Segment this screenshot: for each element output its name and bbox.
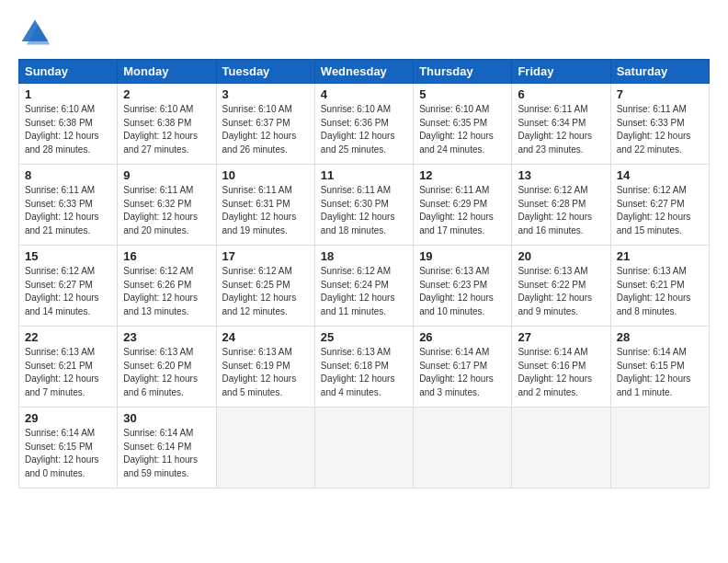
day-number: 12 [419, 168, 506, 182]
calendar-cell: 14Sunrise: 6:12 AM Sunset: 6:27 PM Dayli… [610, 165, 709, 246]
logo [18, 17, 55, 50]
day-number: 13 [518, 168, 604, 182]
week-row-5: 29Sunrise: 6:14 AM Sunset: 6:15 PM Dayli… [19, 408, 710, 488]
day-info: Sunrise: 6:11 AM Sunset: 6:32 PM Dayligh… [123, 184, 210, 237]
calendar-cell: 19Sunrise: 6:13 AM Sunset: 6:23 PM Dayli… [414, 246, 512, 327]
calendar-cell [414, 408, 512, 488]
day-number: 26 [419, 330, 506, 344]
day-info: Sunrise: 6:13 AM Sunset: 6:21 PM Dayligh… [25, 346, 111, 399]
calendar-cell: 7Sunrise: 6:11 AM Sunset: 6:33 PM Daylig… [610, 84, 709, 165]
calendar-cell: 28Sunrise: 6:14 AM Sunset: 6:15 PM Dayli… [610, 327, 709, 408]
day-info: Sunrise: 6:14 AM Sunset: 6:15 PM Dayligh… [617, 346, 703, 399]
weekday-header-wednesday: Wednesday [314, 60, 413, 84]
day-number: 6 [518, 87, 604, 101]
day-info: Sunrise: 6:11 AM Sunset: 6:30 PM Dayligh… [321, 184, 407, 237]
calendar-cell: 5Sunrise: 6:10 AM Sunset: 6:35 PM Daylig… [414, 84, 512, 165]
day-info: Sunrise: 6:13 AM Sunset: 6:22 PM Dayligh… [518, 265, 604, 318]
calendar-cell: 2Sunrise: 6:10 AM Sunset: 6:38 PM Daylig… [118, 84, 216, 165]
calendar: SundayMondayTuesdayWednesdayThursdayFrid… [18, 59, 710, 488]
day-number: 2 [123, 87, 210, 101]
day-number: 14 [617, 168, 703, 182]
week-row-2: 8Sunrise: 6:11 AM Sunset: 6:33 PM Daylig… [19, 165, 710, 246]
day-info: Sunrise: 6:13 AM Sunset: 6:23 PM Dayligh… [419, 265, 506, 318]
day-info: Sunrise: 6:12 AM Sunset: 6:27 PM Dayligh… [617, 184, 703, 237]
day-number: 21 [617, 249, 703, 263]
day-info: Sunrise: 6:12 AM Sunset: 6:24 PM Dayligh… [321, 265, 407, 318]
day-info: Sunrise: 6:10 AM Sunset: 6:36 PM Dayligh… [321, 103, 407, 156]
day-number: 23 [123, 330, 210, 344]
weekday-header-sunday: Sunday [19, 60, 118, 84]
day-number: 4 [321, 87, 407, 101]
calendar-cell [610, 408, 709, 488]
calendar-cell: 27Sunrise: 6:14 AM Sunset: 6:16 PM Dayli… [512, 327, 610, 408]
day-number: 7 [617, 87, 703, 101]
calendar-cell: 4Sunrise: 6:10 AM Sunset: 6:36 PM Daylig… [314, 84, 413, 165]
day-number: 1 [25, 87, 111, 101]
day-info: Sunrise: 6:12 AM Sunset: 6:26 PM Dayligh… [123, 265, 210, 318]
calendar-cell: 18Sunrise: 6:12 AM Sunset: 6:24 PM Dayli… [314, 246, 413, 327]
day-info: Sunrise: 6:10 AM Sunset: 6:35 PM Dayligh… [419, 103, 506, 156]
day-info: Sunrise: 6:11 AM Sunset: 6:33 PM Dayligh… [25, 184, 111, 237]
calendar-cell: 20Sunrise: 6:13 AM Sunset: 6:22 PM Dayli… [512, 246, 610, 327]
calendar-cell: 23Sunrise: 6:13 AM Sunset: 6:20 PM Dayli… [118, 327, 216, 408]
weekday-header-tuesday: Tuesday [216, 60, 314, 84]
day-info: Sunrise: 6:10 AM Sunset: 6:37 PM Dayligh… [222, 103, 309, 156]
calendar-cell: 24Sunrise: 6:13 AM Sunset: 6:19 PM Dayli… [216, 327, 314, 408]
day-info: Sunrise: 6:11 AM Sunset: 6:29 PM Dayligh… [419, 184, 506, 237]
day-info: Sunrise: 6:12 AM Sunset: 6:25 PM Dayligh… [222, 265, 309, 318]
day-number: 17 [222, 249, 309, 263]
weekday-header-friday: Friday [512, 60, 610, 84]
calendar-cell: 21Sunrise: 6:13 AM Sunset: 6:21 PM Dayli… [610, 246, 709, 327]
day-info: Sunrise: 6:12 AM Sunset: 6:28 PM Dayligh… [518, 184, 604, 237]
day-info: Sunrise: 6:11 AM Sunset: 6:31 PM Dayligh… [222, 184, 309, 237]
day-number: 30 [123, 411, 210, 425]
page: SundayMondayTuesdayWednesdayThursdayFrid… [0, 0, 728, 563]
calendar-cell: 30Sunrise: 6:14 AM Sunset: 6:14 PM Dayli… [118, 408, 216, 488]
day-info: Sunrise: 6:13 AM Sunset: 6:18 PM Dayligh… [321, 346, 407, 399]
calendar-cell [216, 408, 314, 488]
day-info: Sunrise: 6:13 AM Sunset: 6:19 PM Dayligh… [222, 346, 309, 399]
header [18, 17, 710, 50]
day-info: Sunrise: 6:11 AM Sunset: 6:33 PM Dayligh… [617, 103, 703, 156]
weekday-header-monday: Monday [118, 60, 216, 84]
day-number: 15 [25, 249, 111, 263]
week-row-4: 22Sunrise: 6:13 AM Sunset: 6:21 PM Dayli… [19, 327, 710, 408]
day-info: Sunrise: 6:11 AM Sunset: 6:34 PM Dayligh… [518, 103, 604, 156]
calendar-cell: 8Sunrise: 6:11 AM Sunset: 6:33 PM Daylig… [19, 165, 118, 246]
day-number: 22 [25, 330, 111, 344]
calendar-cell: 16Sunrise: 6:12 AM Sunset: 6:26 PM Dayli… [118, 246, 216, 327]
week-row-1: 1Sunrise: 6:10 AM Sunset: 6:38 PM Daylig… [19, 84, 710, 165]
weekday-header-thursday: Thursday [414, 60, 512, 84]
calendar-cell: 26Sunrise: 6:14 AM Sunset: 6:17 PM Dayli… [414, 327, 512, 408]
calendar-cell: 9Sunrise: 6:11 AM Sunset: 6:32 PM Daylig… [118, 165, 216, 246]
day-number: 18 [321, 249, 407, 263]
week-row-3: 15Sunrise: 6:12 AM Sunset: 6:27 PM Dayli… [19, 246, 710, 327]
day-number: 9 [123, 168, 210, 182]
calendar-cell [314, 408, 413, 488]
calendar-cell: 13Sunrise: 6:12 AM Sunset: 6:28 PM Dayli… [512, 165, 610, 246]
day-info: Sunrise: 6:14 AM Sunset: 6:17 PM Dayligh… [419, 346, 506, 399]
calendar-cell: 25Sunrise: 6:13 AM Sunset: 6:18 PM Dayli… [314, 327, 413, 408]
day-number: 24 [222, 330, 309, 344]
day-number: 11 [321, 168, 407, 182]
calendar-cell: 10Sunrise: 6:11 AM Sunset: 6:31 PM Dayli… [216, 165, 314, 246]
day-info: Sunrise: 6:13 AM Sunset: 6:21 PM Dayligh… [617, 265, 703, 318]
day-info: Sunrise: 6:13 AM Sunset: 6:20 PM Dayligh… [123, 346, 210, 399]
calendar-cell: 3Sunrise: 6:10 AM Sunset: 6:37 PM Daylig… [216, 84, 314, 165]
day-number: 20 [518, 249, 604, 263]
calendar-cell: 15Sunrise: 6:12 AM Sunset: 6:27 PM Dayli… [19, 246, 118, 327]
day-number: 28 [617, 330, 703, 344]
day-number: 27 [518, 330, 604, 344]
day-number: 16 [123, 249, 210, 263]
calendar-cell [512, 408, 610, 488]
day-number: 10 [222, 168, 309, 182]
logo-icon [18, 17, 51, 50]
calendar-cell: 17Sunrise: 6:12 AM Sunset: 6:25 PM Dayli… [216, 246, 314, 327]
calendar-cell: 6Sunrise: 6:11 AM Sunset: 6:34 PM Daylig… [512, 84, 610, 165]
day-number: 8 [25, 168, 111, 182]
day-number: 25 [321, 330, 407, 344]
calendar-cell: 22Sunrise: 6:13 AM Sunset: 6:21 PM Dayli… [19, 327, 118, 408]
day-info: Sunrise: 6:12 AM Sunset: 6:27 PM Dayligh… [25, 265, 111, 318]
day-number: 19 [419, 249, 506, 263]
calendar-cell: 29Sunrise: 6:14 AM Sunset: 6:15 PM Dayli… [19, 408, 118, 488]
